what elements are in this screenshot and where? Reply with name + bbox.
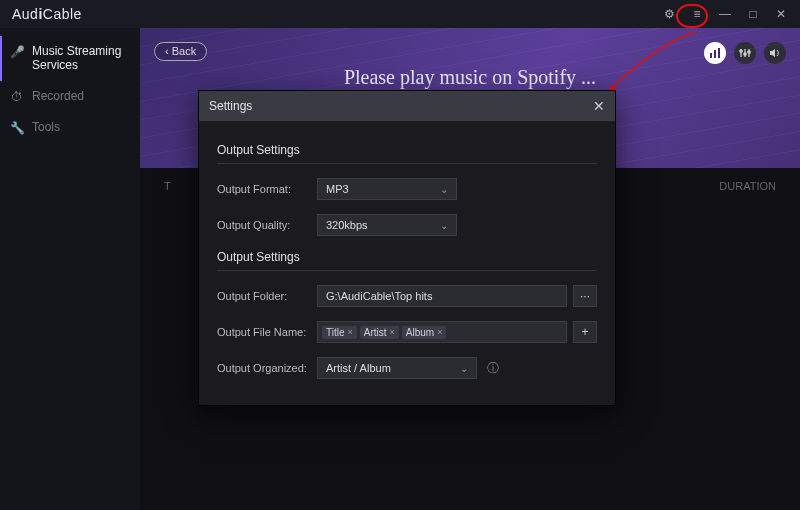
- sidebar-item-music-streaming[interactable]: 🎤 Music Streaming Services: [0, 36, 140, 81]
- close-icon[interactable]: ✕: [770, 3, 792, 25]
- divider: [217, 163, 597, 164]
- remove-tag-icon[interactable]: ×: [437, 327, 442, 337]
- output-organized-label: Output Organized:: [217, 362, 317, 374]
- add-tag-button[interactable]: +: [573, 321, 597, 343]
- minimize-icon[interactable]: —: [714, 3, 736, 25]
- menu-icon[interactable]: ≡: [686, 3, 708, 25]
- sidebar-item-recorded[interactable]: ⏱ Recorded: [0, 81, 140, 112]
- divider: [217, 270, 597, 271]
- output-folder-field[interactable]: G:\AudiCable\Top hits: [317, 285, 567, 307]
- section-output-settings-1: Output Settings: [217, 143, 597, 157]
- window-controls: ⚙ ≡ — □ ✕: [658, 3, 792, 25]
- dialog-titlebar: Settings ✕: [199, 91, 615, 121]
- svg-rect-1: [714, 50, 716, 58]
- sidebar: 🎤 Music Streaming Services ⏱ Recorded 🔧 …: [0, 28, 140, 510]
- sidebar-item-label: Recorded: [32, 89, 84, 103]
- dialog-close-icon[interactable]: ✕: [593, 98, 605, 114]
- app-logo: AudiCable: [12, 6, 82, 22]
- output-filename-field[interactable]: Title× Artist× Album×: [317, 321, 567, 343]
- col-duration: DURATION: [719, 180, 776, 192]
- chevron-down-icon: ⌄: [440, 220, 448, 231]
- output-quality-label: Output Quality:: [217, 219, 317, 231]
- col-t: T: [164, 180, 194, 192]
- output-format-select[interactable]: MP3⌄: [317, 178, 457, 200]
- svg-rect-0: [710, 53, 712, 58]
- chevron-down-icon: ⌄: [440, 184, 448, 195]
- settings-dialog: Settings ✕ Output Settings Output Format…: [198, 90, 616, 406]
- volume-icon[interactable]: [764, 42, 786, 64]
- svg-point-6: [740, 50, 742, 52]
- sidebar-item-label: Tools: [32, 120, 60, 134]
- sidebar-item-tools[interactable]: 🔧 Tools: [0, 112, 140, 143]
- svg-point-8: [748, 51, 750, 53]
- titlebar: AudiCable ⚙ ≡ — □ ✕: [0, 0, 800, 28]
- chart-icon[interactable]: [704, 42, 726, 64]
- clock-icon: ⏱: [10, 90, 24, 104]
- hero-title: Please play music on Spotify ...: [140, 66, 800, 89]
- mic-icon: 🎤: [10, 45, 24, 59]
- wrench-icon: 🔧: [10, 121, 24, 135]
- tag-artist[interactable]: Artist×: [360, 326, 399, 339]
- output-quality-select[interactable]: 320kbps⌄: [317, 214, 457, 236]
- sidebar-item-label: Music Streaming Services: [32, 44, 130, 73]
- dialog-title: Settings: [209, 99, 252, 113]
- chevron-down-icon: ⌄: [460, 363, 468, 374]
- svg-rect-2: [718, 48, 720, 58]
- browse-button[interactable]: ···: [573, 285, 597, 307]
- sliders-icon[interactable]: [734, 42, 756, 64]
- tag-title[interactable]: Title×: [322, 326, 357, 339]
- section-output-settings-2: Output Settings: [217, 250, 597, 264]
- info-icon[interactable]: ⓘ: [487, 360, 499, 377]
- output-folder-label: Output Folder:: [217, 290, 317, 302]
- remove-tag-icon[interactable]: ×: [348, 327, 353, 337]
- output-organized-select[interactable]: Artist / Album⌄: [317, 357, 477, 379]
- remove-tag-icon[interactable]: ×: [390, 327, 395, 337]
- maximize-icon[interactable]: □: [742, 3, 764, 25]
- svg-point-7: [744, 53, 746, 55]
- tag-album[interactable]: Album×: [402, 326, 447, 339]
- back-button[interactable]: ‹ Back: [154, 42, 207, 61]
- output-filename-label: Output File Name:: [217, 326, 317, 338]
- gear-icon[interactable]: ⚙: [658, 3, 680, 25]
- output-format-label: Output Format:: [217, 183, 317, 195]
